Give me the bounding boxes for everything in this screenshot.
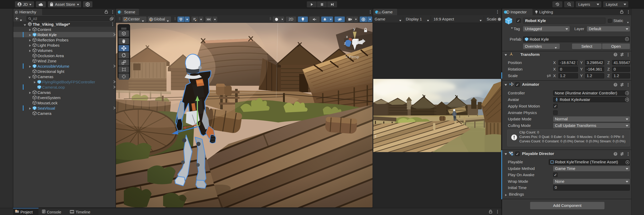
svg-text:Y: Y <box>180 19 182 22</box>
svg-text:?: ? <box>615 153 616 155</box>
svg-text:?: ? <box>615 53 616 56</box>
svg-text:z: z <box>344 41 346 45</box>
svg-text:y: y <box>353 26 356 31</box>
svg-text:x: x <box>346 35 348 39</box>
svg-text:?: ? <box>615 83 616 86</box>
